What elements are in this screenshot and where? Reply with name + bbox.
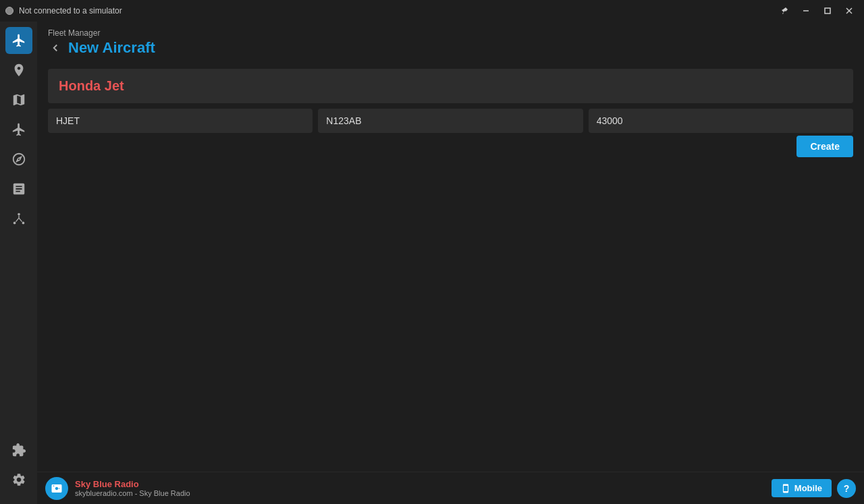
pin-button[interactable]	[775, 4, 794, 18]
radio-station-name: Sky Blue Radio	[75, 479, 190, 489]
title-bar-left: Not connected to a simulator	[5, 6, 122, 16]
mobile-button[interactable]: Mobile	[772, 479, 832, 497]
sidebar-bottom	[5, 437, 32, 499]
title-bar: Not connected to a simulator	[0, 0, 864, 22]
svg-point-4	[18, 213, 20, 216]
form-fields-container: Create	[48, 109, 853, 160]
radio-text: Sky Blue Radio skyblueradio.com - Sky Bl…	[75, 479, 190, 497]
connection-status: Not connected to a simulator	[19, 6, 122, 16]
breadcrumb: Fleet Manager	[48, 28, 853, 38]
sidebar-item-nav[interactable]	[5, 57, 32, 84]
sidebar-item-settings[interactable]	[5, 466, 32, 493]
content-area: Fleet Manager New Aircraft Honda Jet	[37, 22, 864, 504]
connection-dot	[5, 7, 14, 15]
header: Fleet Manager New Aircraft	[37, 22, 864, 63]
svg-point-5	[13, 222, 16, 225]
sidebar-item-map[interactable]	[5, 86, 32, 113]
maximize-button[interactable]	[818, 4, 837, 18]
sidebar-item-network[interactable]	[5, 205, 32, 232]
aircraft-name-label: Honda Jet	[59, 78, 124, 93]
svg-rect-1	[825, 8, 830, 13]
close-button[interactable]	[840, 4, 859, 18]
sidebar-item-aircraft[interactable]	[5, 116, 32, 143]
svg-point-6	[22, 222, 24, 225]
sidebar-item-plugins[interactable]	[5, 437, 32, 464]
help-button[interactable]: ?	[837, 479, 856, 498]
back-button[interactable]	[48, 40, 63, 55]
cruise-altitude-field[interactable]	[589, 109, 853, 133]
aircraft-name-card: Honda Jet	[48, 69, 853, 103]
sidebar-item-logo[interactable]	[5, 27, 32, 54]
sidebar-item-compass[interactable]	[5, 146, 32, 173]
main-layout: Fleet Manager New Aircraft Honda Jet	[0, 22, 864, 504]
create-button[interactable]: Create	[796, 136, 853, 157]
form-area: Honda Jet Create	[37, 63, 864, 472]
window-controls	[775, 4, 859, 18]
mobile-label: Mobile	[794, 483, 822, 493]
create-btn-row: Create	[48, 133, 853, 160]
form-fields-row	[48, 109, 853, 133]
page-title: New Aircraft	[68, 39, 155, 57]
minimize-button[interactable]	[796, 4, 815, 18]
bottom-bar: Sky Blue Radio skyblueradio.com - Sky Bl…	[37, 472, 864, 504]
aircraft-type-field[interactable]	[48, 109, 313, 133]
radio-info: Sky Blue Radio skyblueradio.com - Sky Bl…	[45, 477, 190, 500]
radio-station-url: skyblueradio.com - Sky Blue Radio	[75, 489, 190, 497]
sidebar	[0, 22, 37, 504]
registration-field[interactable]	[318, 109, 583, 133]
radio-icon	[45, 477, 68, 500]
sidebar-item-log[interactable]	[5, 175, 32, 202]
header-title-row: New Aircraft	[48, 39, 853, 57]
bottom-right: Mobile ?	[772, 479, 856, 498]
